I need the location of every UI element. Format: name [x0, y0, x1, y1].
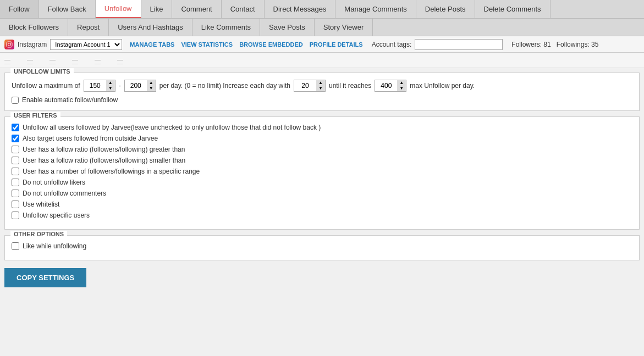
account-tags-input[interactable] — [415, 39, 503, 50]
filter-label-unfollow-all: Unfollow all users followed by Jarvee(le… — [23, 124, 321, 131]
nav-link-browse-embedded[interactable]: BROWSE EMBEDDED — [239, 41, 303, 48]
auto-follow-unfollow-label: Enable automatic follow/unfollow — [22, 96, 118, 104]
filter-checkbox-target-outside[interactable] — [12, 135, 19, 142]
max-spinner-up[interactable]: ▲ — [147, 80, 156, 86]
max-limit-input[interactable]: 400 — [375, 80, 397, 91]
max-unfollow-label: max Unfollow per day. — [410, 82, 475, 90]
user-filters-list: Unfollow all users followed by Jarvee(le… — [12, 124, 632, 219]
user-filters-section: USER FILTERS Unfollow all users followed… — [4, 116, 640, 230]
filter-checkbox-unfollow-specific[interactable] — [12, 212, 19, 219]
tab-delete-posts[interactable]: Delete Posts — [416, 0, 475, 18]
filter-label-followers-range: User has a number of followers/following… — [23, 168, 200, 175]
tab-like[interactable]: Like — [141, 0, 173, 18]
tab-unfollow[interactable]: Unfollow — [96, 0, 141, 18]
nav-link-profile-details[interactable]: PROFILE DETAILS — [310, 41, 363, 48]
filter-label-use-whitelist: Use whitelist — [23, 201, 59, 208]
until-reaches-label: until it reaches — [329, 82, 371, 90]
auto-follow-unfollow-row: Enable automatic follow/unfollow — [12, 96, 632, 104]
increment-input-group: 20 ▲ ▼ — [294, 80, 326, 92]
main-content: UNFOLLOW LIMITS Unfollow a maximum of 15… — [0, 68, 644, 356]
filter-label-target-outside: Also target users followed from outside … — [23, 135, 158, 142]
tab-save-posts[interactable]: Save Posts — [260, 19, 315, 36]
filter-checkbox-use-whitelist[interactable] — [12, 201, 19, 208]
filter-row-not-unfollow-likers: Do not unfollow likers — [12, 179, 632, 186]
filter-label-unfollow-specific: Unfollow specific users — [23, 212, 90, 219]
limits-row: Unfollow a maximum of 150 ▲ ▼ - 200 ▲ ▼ … — [12, 80, 632, 92]
dash-label: - — [119, 82, 121, 90]
account-bar: Instagram Instagram Account 1 MANAGE TAB… — [0, 36, 644, 53]
filter-checkbox-unfollow-all[interactable] — [12, 124, 19, 131]
max-limit-spinner-up[interactable]: ▲ — [397, 80, 406, 86]
min-value-input[interactable]: 150 — [84, 80, 106, 91]
instagram-icon — [4, 40, 14, 49]
max-limit-spinner: ▲ ▼ — [397, 80, 406, 91]
filter-row-unfollow-specific: Unfollow specific users — [12, 212, 632, 219]
filter-checkbox-follow-ratio-greater[interactable] — [12, 146, 19, 153]
increment-input[interactable]: 20 — [294, 80, 316, 91]
max-spinner-down[interactable]: ▼ — [147, 86, 156, 91]
increment-spinner: ▲ ▼ — [316, 80, 325, 91]
filter-row-target-outside: Also target users followed from outside … — [12, 135, 632, 142]
tab-direct-messages[interactable]: Direct Messages — [265, 0, 336, 18]
per-day-label: per day. (0 = no limit) Increase each da… — [159, 82, 290, 90]
tab-follow[interactable]: Follow — [0, 0, 39, 18]
nav-link-view-statistics[interactable]: VIEW STATISTICS — [181, 41, 233, 48]
other-options-legend: OTHER OPTIONS — [10, 231, 67, 237]
tab-like-comments[interactable]: Like Comments — [192, 19, 260, 36]
tab-block-followers[interactable]: Block Followers — [0, 19, 68, 36]
tab-repost[interactable]: Repost — [68, 19, 109, 36]
user-filters-legend: USER FILTERS — [10, 112, 60, 119]
filter-row-unfollow-all: Unfollow all users followed by Jarvee(le… — [12, 124, 632, 131]
min-spinner: ▲ ▼ — [106, 80, 115, 91]
unfollow-max-label1: Unfollow a maximum of — [12, 82, 80, 90]
filter-checkbox-not-unfollow-commenters[interactable] — [12, 190, 19, 197]
tab-users-and-hashtags[interactable]: Users And Hashtags — [109, 19, 192, 36]
tabs-row1: FollowFollow BackUnfollowLikeCommentCont… — [0, 0, 644, 19]
followers-count: Followers: 81 Followings: 35 — [511, 41, 598, 48]
unfollow-limits-section: UNFOLLOW LIMITS Unfollow a maximum of 15… — [4, 73, 640, 111]
filter-checkbox-followers-range[interactable] — [12, 168, 19, 175]
tab-manage-comments[interactable]: Manage Comments — [335, 0, 416, 18]
svg-point-1 — [8, 43, 11, 46]
account-nav-links: MANAGE TABSVIEW STATISTICSBROWSE EMBEDDE… — [130, 41, 362, 48]
instagram-label: Instagram — [18, 41, 47, 48]
other-options-section: OTHER OPTIONS Like while unfollowing — [4, 235, 640, 260]
tab-comment[interactable]: Comment — [172, 0, 221, 18]
unfollow-limits-legend: UNFOLLOW LIMITS — [10, 68, 74, 75]
svg-point-2 — [10, 42, 12, 43]
filter-row-use-whitelist: Use whitelist — [12, 201, 632, 208]
option-row-like-while-unfollowing: Like while unfollowing — [12, 242, 632, 250]
account-tags-label: Account tags: — [372, 41, 412, 48]
max-value-input-group: 200 ▲ ▼ — [124, 80, 156, 92]
option-checkbox-like-while-unfollowing[interactable] — [12, 242, 19, 250]
tabs-row2: Block FollowersRepostUsers And HashtagsL… — [0, 19, 644, 36]
increment-spinner-up[interactable]: ▲ — [316, 80, 325, 86]
filter-row-not-unfollow-commenters: Do not unfollow commenters — [12, 190, 632, 197]
tab-story-viewer[interactable]: Story Viewer — [315, 19, 373, 36]
min-spinner-up[interactable]: ▲ — [106, 80, 115, 86]
auto-follow-unfollow-checkbox[interactable] — [12, 97, 19, 104]
filter-label-follow-ratio-greater: User has a follow ratio (followers/follo… — [23, 146, 185, 153]
filter-row-follow-ratio-greater: User has a follow ratio (followers/follo… — [12, 146, 632, 153]
filter-label-follow-ratio-smaller: User has a follow ratio (followers/follo… — [23, 157, 185, 164]
tab-follow-back[interactable]: Follow Back — [39, 0, 96, 18]
filter-label-not-unfollow-likers: Do not unfollow likers — [23, 179, 85, 186]
filter-row-follow-ratio-smaller: User has a follow ratio (followers/follo… — [12, 157, 632, 164]
svg-rect-0 — [7, 42, 12, 47]
filter-row-followers-range: User has a number of followers/following… — [12, 168, 632, 175]
nav-link-manage-tabs[interactable]: MANAGE TABS — [130, 41, 174, 48]
scroll-indicator: —————— — [0, 53, 644, 68]
filter-checkbox-not-unfollow-likers[interactable] — [12, 179, 19, 186]
other-options-list: Like while unfollowing — [12, 242, 632, 250]
option-label-like-while-unfollowing: Like while unfollowing — [23, 242, 86, 250]
tab-delete-comments[interactable]: Delete Comments — [475, 0, 551, 18]
account-select[interactable]: Instagram Account 1 — [50, 39, 122, 50]
increment-spinner-down[interactable]: ▼ — [316, 86, 325, 91]
max-value-input[interactable]: 200 — [125, 80, 147, 91]
filter-checkbox-follow-ratio-smaller[interactable] — [12, 157, 19, 164]
copy-settings-button[interactable]: COPY SETTINGS — [4, 268, 86, 287]
max-spinner: ▲ ▼ — [147, 80, 156, 91]
min-spinner-down[interactable]: ▼ — [106, 86, 115, 91]
max-limit-spinner-down[interactable]: ▼ — [397, 86, 406, 91]
tab-contact[interactable]: Contact — [222, 0, 265, 18]
